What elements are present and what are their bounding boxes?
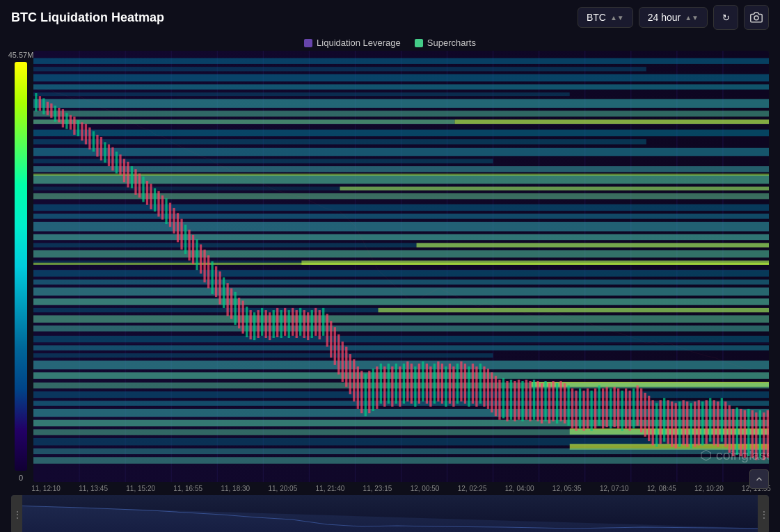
- svg-rect-243: [675, 403, 677, 449]
- svg-rect-74: [33, 263, 769, 265]
- svg-rect-152: [326, 314, 328, 346]
- svg-rect-219: [582, 391, 584, 431]
- svg-rect-114: [180, 219, 182, 250]
- svg-rect-56: [33, 325, 769, 331]
- svg-rect-141: [284, 308, 286, 336]
- x-label-11: 12, 05:35: [543, 485, 591, 492]
- chart-area: 45.57M 0: [0, 51, 780, 482]
- svg-rect-52: [33, 298, 769, 305]
- minimap-handle-right[interactable]: ⋮: [758, 495, 769, 532]
- svg-rect-149: [315, 308, 317, 336]
- svg-rect-168: [388, 364, 390, 404]
- svg-rect-191: [475, 366, 477, 407]
- svg-rect-33: [33, 148, 769, 156]
- svg-rect-119: [200, 244, 202, 273]
- svg-rect-192: [479, 364, 481, 404]
- svg-rect-256: [724, 401, 726, 446]
- svg-rect-99: [123, 159, 125, 183]
- x-label-7: 11, 23:15: [353, 485, 401, 492]
- svg-rect-76: [35, 93, 37, 111]
- minimap-handle-left[interactable]: ⋮: [11, 495, 22, 532]
- svg-rect-86: [73, 117, 75, 135]
- svg-rect-160: [357, 366, 359, 409]
- svg-rect-142: [288, 310, 290, 338]
- svg-rect-175: [414, 366, 416, 407]
- svg-rect-111: [169, 203, 171, 227]
- svg-rect-244: [678, 401, 680, 446]
- svg-rect-159: [353, 359, 355, 401]
- chart-canvas[interactable]: ⬡ coinglass: [33, 51, 769, 482]
- svg-rect-169: [391, 366, 393, 407]
- svg-rect-107: [154, 188, 156, 212]
- svg-rect-250: [701, 401, 703, 445]
- controls: BTC ▲▼ 24 hour ▲▼ ↻: [578, 5, 769, 30]
- svg-rect-151: [322, 308, 324, 336]
- svg-rect-55: [33, 315, 769, 323]
- svg-rect-195: [491, 372, 493, 412]
- svg-rect-183: [445, 366, 447, 407]
- svg-rect-155: [337, 334, 340, 375]
- svg-rect-67: [33, 420, 769, 426]
- svg-rect-234: [640, 388, 642, 432]
- svg-rect-167: [383, 366, 385, 407]
- minimap[interactable]: ⋮ ⋮: [11, 495, 769, 532]
- svg-rect-50: [33, 280, 769, 284]
- svg-rect-25: [33, 84, 769, 89]
- camera-icon: [750, 11, 763, 24]
- svg-rect-124: [218, 271, 221, 304]
- svg-rect-185: [452, 366, 454, 407]
- svg-rect-129: [238, 298, 240, 328]
- svg-rect-226: [610, 388, 612, 428]
- x-label-1: 11, 13:45: [70, 485, 117, 492]
- legend-item-supercharts: Supercharts: [415, 38, 476, 48]
- svg-rect-72: [33, 449, 769, 454]
- svg-rect-196: [495, 376, 497, 417]
- svg-rect-51: [33, 287, 769, 296]
- svg-rect-140: [280, 310, 282, 338]
- svg-rect-189: [468, 366, 470, 407]
- coin-selector[interactable]: BTC ▲▼: [578, 7, 633, 28]
- svg-rect-75: [33, 174, 769, 176]
- svg-rect-138: [273, 310, 275, 338]
- chart-wrapper: ⬡ coinglass 63724 62000 60000 58000 5600…: [33, 51, 769, 482]
- svg-rect-94: [104, 142, 106, 162]
- svg-rect-73: [33, 457, 769, 463]
- camera-button[interactable]: [744, 5, 769, 30]
- svg-rect-216: [571, 388, 573, 428]
- refresh-button[interactable]: ↻: [713, 5, 738, 30]
- svg-rect-54: [378, 308, 769, 312]
- svg-rect-27: [33, 99, 769, 108]
- svg-rect-58: [33, 345, 769, 350]
- svg-rect-88: [81, 122, 83, 140]
- svg-rect-100: [127, 162, 129, 188]
- x-label-5: 11, 20:05: [259, 485, 306, 492]
- legend-label-supercharts: Supercharts: [427, 38, 476, 48]
- svg-rect-102: [134, 169, 136, 195]
- svg-rect-115: [184, 225, 186, 254]
- time-selector[interactable]: 24 hour ▲▼: [639, 7, 708, 28]
- x-label-3: 11, 16:55: [164, 485, 212, 492]
- svg-rect-162: [365, 373, 367, 416]
- svg-rect-170: [395, 364, 397, 404]
- svg-rect-249: [698, 400, 700, 445]
- svg-rect-209: [544, 381, 546, 421]
- svg-rect-233: [637, 385, 639, 426]
- svg-rect-239: [660, 400, 662, 444]
- svg-rect-150: [319, 310, 321, 339]
- scroll-up-button[interactable]: [749, 469, 769, 489]
- svg-rect-180: [433, 364, 436, 404]
- svg-rect-242: [671, 401, 673, 446]
- svg-rect-173: [406, 362, 408, 402]
- svg-rect-117: [192, 235, 194, 264]
- svg-rect-133: [253, 312, 255, 340]
- svg-rect-237: [652, 400, 654, 445]
- svg-rect-131: [246, 307, 248, 337]
- svg-rect-137: [269, 312, 271, 340]
- x-label-2: 11, 15:20: [117, 485, 164, 492]
- x-label-9: 12, 02:25: [449, 485, 496, 492]
- svg-rect-23: [33, 67, 646, 71]
- x-label-10: 12, 04:00: [496, 485, 543, 492]
- svg-rect-179: [429, 366, 431, 407]
- svg-rect-174: [411, 364, 413, 404]
- svg-rect-45: [417, 243, 769, 247]
